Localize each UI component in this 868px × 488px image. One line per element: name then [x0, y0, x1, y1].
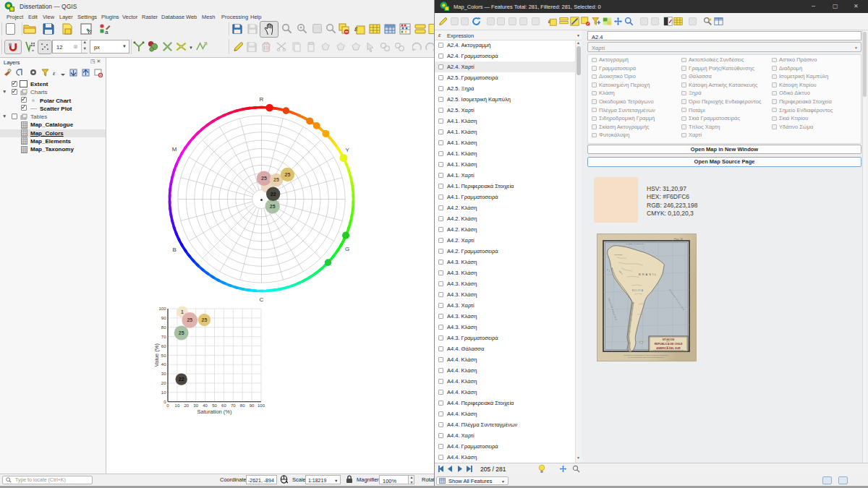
- svg-text:100: 100: [258, 403, 265, 408]
- svg-text:25: 25: [202, 317, 208, 322]
- svg-text:25: 25: [285, 172, 291, 177]
- svg-text:10: 10: [161, 390, 166, 395]
- svg-text:40: 40: [203, 403, 208, 408]
- svg-text:90: 90: [161, 316, 166, 320]
- svg-text:25: 25: [261, 176, 267, 181]
- svg-text:30: 30: [161, 372, 166, 376]
- svg-text:B: B: [172, 247, 176, 253]
- svg-text:a: a: [105, 29, 109, 35]
- svg-text:90: 90: [250, 403, 255, 408]
- svg-text:25: 25: [187, 317, 192, 322]
- svg-text:80: 80: [161, 325, 166, 330]
- svg-text:25: 25: [273, 177, 279, 182]
- svg-text:50: 50: [161, 354, 166, 358]
- svg-text:100: 100: [158, 307, 166, 311]
- svg-text:DE LA: DE LA: [666, 341, 671, 342]
- svg-text:80: 80: [240, 403, 245, 408]
- svg-text:60: 60: [221, 403, 226, 408]
- svg-text:ε: ε: [354, 24, 358, 33]
- svg-text:R: R: [260, 96, 264, 103]
- svg-text:G: G: [345, 246, 349, 252]
- svg-text:20: 20: [161, 381, 166, 385]
- svg-text:AMERICA DEL SUR: AMERICA DEL SUR: [656, 347, 681, 350]
- svg-text:70: 70: [161, 335, 166, 339]
- svg-text:C: C: [260, 296, 264, 303]
- svg-text:ε: ε: [53, 69, 56, 77]
- svg-text:20: 20: [184, 403, 189, 408]
- svg-text:0: 0: [166, 403, 169, 408]
- svg-text:EN LA: EN LA: [666, 346, 671, 347]
- svg-text:de la Republica de Chile por E: de la Republica de Chile por Enrique Esp…: [628, 356, 664, 359]
- svg-text:BRASIL: BRASIL: [639, 273, 658, 276]
- svg-text:ε: ε: [548, 17, 551, 25]
- svg-text:Y: Y: [345, 147, 349, 153]
- svg-text:40: 40: [161, 362, 166, 367]
- svg-text:25: 25: [270, 204, 276, 209]
- svg-text:30: 30: [193, 403, 198, 408]
- svg-text:50: 50: [212, 403, 217, 408]
- svg-text:25: 25: [179, 330, 184, 335]
- svg-text:M: M: [172, 146, 177, 153]
- svg-text:BOLIVIA: BOLIVIA: [632, 289, 644, 292]
- svg-text:Value (%): Value (%): [153, 343, 160, 367]
- svg-text:Saturation (%): Saturation (%): [197, 408, 232, 415]
- svg-text:10: 10: [175, 403, 180, 408]
- svg-text:COLOMBIA: COLOMBIA: [614, 254, 624, 256]
- svg-text:1: 1: [181, 309, 184, 314]
- svg-text:22: 22: [271, 192, 276, 197]
- svg-text:22: 22: [179, 377, 184, 382]
- svg-text:60: 60: [161, 344, 166, 348]
- svg-text:MAR DE LAS ANTILLAS: MAR DE LAS ANTILLAS: [626, 243, 644, 244]
- svg-text:70: 70: [231, 403, 236, 408]
